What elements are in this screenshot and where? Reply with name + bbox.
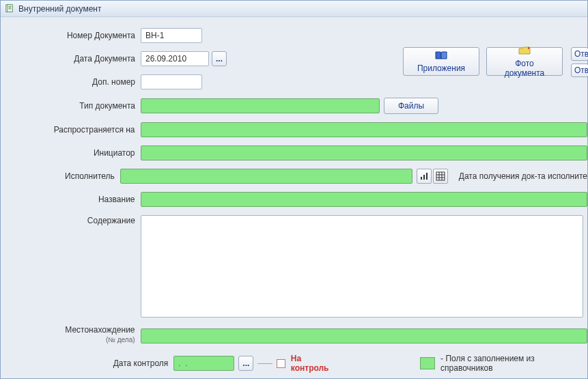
label-location: Местонахождение [65,326,135,335]
label-add-number: Доп. номер [1,76,141,87]
content-textarea[interactable] [141,215,583,318]
executor-chart-icon-button[interactable] [417,169,432,184]
grid-icon [436,171,445,181]
svg-rect-6 [423,175,425,180]
control-date-input[interactable]: . . [173,356,234,371]
add-number-input[interactable] [141,74,202,89]
svg-rect-8 [436,172,445,180]
doc-date-picker-button[interactable]: ... [212,51,227,66]
executor-date-note: Дата получения док-та исполните [459,171,587,181]
initiator-ref-input[interactable] [141,145,587,160]
on-control-checkbox[interactable] [277,359,285,368]
label-doc-date: Дата Документа [1,53,141,64]
resp-button-1[interactable]: Отв [571,47,588,61]
applies-to-ref-input[interactable] [141,122,587,137]
folder-icon [518,46,531,57]
label-doc-number: Номер Документа [1,30,141,41]
label-location-stack: Местонахождение (№ дела) [1,326,141,346]
row-doc-type: Тип документа Файлы [1,98,587,114]
row-content: Содержание [1,215,587,318]
ref-fields-legend: - Поля с заполнением из справочников [420,354,587,373]
label-title: Название [1,194,141,205]
row-doc-number: Номер Документа [1,28,587,43]
executor-icon-buttons [417,169,448,184]
attachments-label: Приложения [417,64,465,73]
row-title: Название [1,192,587,207]
resp-button-2[interactable]: Отв [571,64,588,77]
location-ref-input[interactable] [141,328,587,343]
ellipsis-icon: ... [216,54,223,64]
control-group: . . ... На контроль - Поля с заполнением… [173,354,587,373]
top-actions: Приложения Фото документа Отв Отв [403,47,588,77]
svg-rect-1 [8,4,13,12]
doc-photo-button[interactable]: Фото документа [486,47,563,76]
titlebar: Внутренний документ [1,1,587,17]
chart-icon [419,171,429,181]
executor-grid-icon-button[interactable] [433,169,448,184]
doc-photo-label: Фото документа [496,59,552,78]
doc-type-ref-input[interactable] [141,98,380,113]
document-icon [5,4,14,14]
row-location: Местонахождение (№ дела) [1,326,587,346]
label-initiator: Инициатор [1,148,141,158]
attachments-button[interactable]: Приложения [403,47,479,76]
row-initiator: Инициатор [1,145,587,160]
label-executor: Исполнитель [1,171,120,182]
doc-date-input[interactable] [141,51,209,66]
executor-ref-input[interactable] [120,169,412,184]
window-title: Внутренний документ [18,4,101,14]
title-ref-input[interactable] [141,192,587,207]
legend-text: - Поля с заполнением из справочников [440,354,587,373]
right-small-buttons: Отв Отв [571,47,588,77]
label-content: Содержание [1,215,141,226]
svg-rect-5 [421,177,422,180]
label-doc-type: Тип документа [1,100,141,111]
row-applies-to: Распространяется на [1,122,587,137]
window-frame: Внутренний документ Приложения [0,0,588,379]
legend-swatch [420,357,435,369]
control-date-picker-button[interactable]: ... [238,356,253,371]
files-button[interactable]: Файлы [384,98,438,114]
row-control: Дата контроля . . ... На контроль - Поля… [35,354,587,373]
connector-line [257,363,272,364]
ellipsis-icon-2: ... [242,359,249,368]
label-location-sub: (№ дела) [106,335,135,346]
form-content: Приложения Фото документа Отв Отв Номер … [1,17,587,373]
label-control-date: Дата контроля [35,358,173,369]
row-executor: Исполнитель [1,169,587,184]
files-button-label: Файлы [398,101,424,111]
book-icon [434,51,448,62]
label-applies-to: Распространяется на [1,124,141,135]
svg-rect-7 [426,173,428,180]
doc-number-input[interactable] [141,28,202,43]
on-control-label: На контроль [291,354,341,373]
